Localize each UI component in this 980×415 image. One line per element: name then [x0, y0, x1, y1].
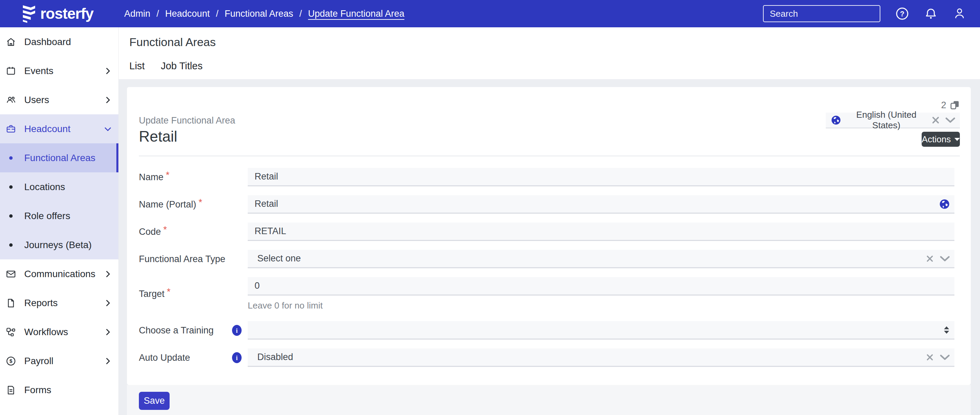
- required-marker: *: [167, 287, 170, 297]
- users-icon: [6, 95, 16, 105]
- bullet-icon: [6, 211, 16, 221]
- sidebar-item-dashboard[interactable]: Dashboard: [0, 27, 118, 56]
- sidebar: Dashboard Events Users: [0, 27, 119, 415]
- mail-icon: [6, 269, 16, 279]
- sidebar-item-payroll[interactable]: $ Payroll: [0, 347, 118, 375]
- page-title: Functional Areas: [129, 35, 980, 49]
- briefcase-icon: [6, 124, 16, 134]
- clear-selection-icon[interactable]: [926, 254, 934, 263]
- info-icon[interactable]: i: [231, 324, 242, 336]
- svg-text:i: i: [236, 327, 237, 334]
- sidebar-item-functional-areas[interactable]: Functional Areas: [0, 143, 118, 172]
- sidebar-item-headcount[interactable]: Headcount: [0, 114, 118, 143]
- sidebar-item-workflows[interactable]: Workflows: [0, 317, 118, 347]
- code-label: Code*: [139, 223, 248, 241]
- sidebar-item-events[interactable]: Events: [0, 56, 118, 85]
- caret-down-icon: [955, 138, 960, 141]
- name-portal-label: Name (Portal)*: [139, 195, 248, 214]
- user-account-icon[interactable]: [953, 7, 966, 21]
- breadcrumb-functional-areas[interactable]: Functional Areas: [224, 8, 293, 19]
- sidebar-item-reports[interactable]: Reports: [0, 288, 118, 317]
- document-icon: [6, 385, 16, 395]
- search-box[interactable]: [763, 5, 880, 22]
- chevron-right-icon: [104, 96, 111, 104]
- top-bar: rosterfy Admin / Headcount / Functional …: [0, 0, 980, 27]
- name-input[interactable]: [248, 168, 955, 185]
- file-icon: [6, 298, 16, 308]
- sidebar-item-journeys-beta[interactable]: Journeys (Beta): [0, 231, 118, 259]
- tab-job-titles[interactable]: Job Titles: [161, 60, 203, 72]
- target-helper-text: Leave 0 for no limit: [248, 301, 955, 311]
- rosterfy-logo-icon: [22, 5, 36, 23]
- copy-icon[interactable]: [950, 100, 960, 111]
- select-stepper-icon[interactable]: [943, 326, 950, 334]
- chevron-right-icon: [104, 357, 111, 365]
- sidebar-item-users[interactable]: Users: [0, 85, 118, 114]
- language-chevron-down-icon[interactable]: [945, 116, 956, 124]
- choose-training-label: Choose a Training i: [139, 321, 248, 340]
- workflow-icon: [6, 327, 16, 337]
- calendar-icon: [6, 66, 16, 76]
- search-input[interactable]: [770, 8, 884, 19]
- tab-list[interactable]: List: [129, 60, 145, 72]
- sidebar-item-forms[interactable]: Forms: [0, 375, 118, 404]
- card-title-block: Update Functional Area Retail: [139, 113, 235, 147]
- logo[interactable]: rosterfy: [0, 5, 119, 23]
- save-button[interactable]: Save: [139, 392, 170, 410]
- globe-icon: [830, 114, 842, 126]
- sidebar-item-locations[interactable]: Locations: [0, 172, 118, 201]
- globe-icon: [939, 198, 950, 210]
- update-form: Name* Name (Portal)*: [139, 168, 960, 367]
- home-icon: [6, 37, 16, 47]
- target-input[interactable]: [248, 277, 955, 294]
- clear-selection-icon[interactable]: [926, 353, 934, 361]
- card-kicker: Update Functional Area: [139, 115, 235, 126]
- copies-count: 2: [941, 100, 946, 111]
- language-value: English (United States): [842, 110, 931, 131]
- actions-button[interactable]: Actions: [922, 132, 960, 147]
- svg-text:$: $: [10, 358, 13, 364]
- chevron-down-icon: [104, 125, 111, 133]
- auto-update-label: Auto Update i: [139, 348, 248, 367]
- name-label: Name*: [139, 168, 248, 186]
- chevron-right-icon: [104, 299, 111, 307]
- record-title: Retail: [139, 128, 235, 145]
- clear-language-icon[interactable]: [931, 116, 940, 124]
- functional-area-type-select[interactable]: Select one: [248, 250, 955, 268]
- auto-update-select[interactable]: Disabled: [248, 348, 955, 367]
- chevron-down-icon[interactable]: [939, 354, 950, 361]
- divider: [139, 156, 960, 156]
- help-icon[interactable]: ?: [896, 7, 909, 21]
- breadcrumb-headcount[interactable]: Headcount: [165, 8, 210, 19]
- bullet-icon: [6, 182, 16, 192]
- bullet-icon: [6, 240, 16, 250]
- breadcrumb-update-functional-area[interactable]: Update Functional Area: [308, 8, 404, 19]
- svg-text:?: ?: [900, 10, 905, 18]
- page-header: Functional Areas List Job Titles: [119, 27, 980, 79]
- chevron-right-icon: [104, 270, 111, 278]
- sidebar-item-role-offers[interactable]: Role offers: [0, 201, 118, 231]
- required-marker: *: [199, 197, 202, 208]
- required-marker: *: [166, 170, 170, 181]
- breadcrumb-admin[interactable]: Admin: [124, 8, 151, 19]
- chevron-down-icon[interactable]: [939, 255, 950, 262]
- chevron-right-icon: [104, 328, 111, 336]
- tab-bar: List Job Titles: [129, 60, 980, 79]
- svg-text:i: i: [236, 355, 237, 361]
- notifications-bell-icon[interactable]: [924, 7, 938, 21]
- chevron-right-icon: [104, 67, 111, 75]
- name-portal-input[interactable]: [248, 195, 955, 213]
- form-footer: Save: [127, 385, 971, 415]
- sidebar-item-communications[interactable]: Communications: [0, 259, 118, 288]
- language-select[interactable]: English (United States): [826, 113, 960, 128]
- bullet-icon: [6, 153, 16, 163]
- choose-training-select[interactable]: [248, 321, 955, 340]
- target-label: Target*: [139, 277, 248, 311]
- dollar-circle-icon: $: [6, 356, 16, 366]
- breadcrumb: Admin / Headcount / Functional Areas / U…: [124, 8, 404, 19]
- required-marker: *: [164, 224, 167, 235]
- update-functional-area-card: 2 Update Functional Area Retail: [127, 87, 971, 385]
- info-icon[interactable]: i: [231, 352, 242, 364]
- code-input[interactable]: [248, 223, 955, 240]
- functional-area-type-label: Functional Area Type: [139, 250, 248, 268]
